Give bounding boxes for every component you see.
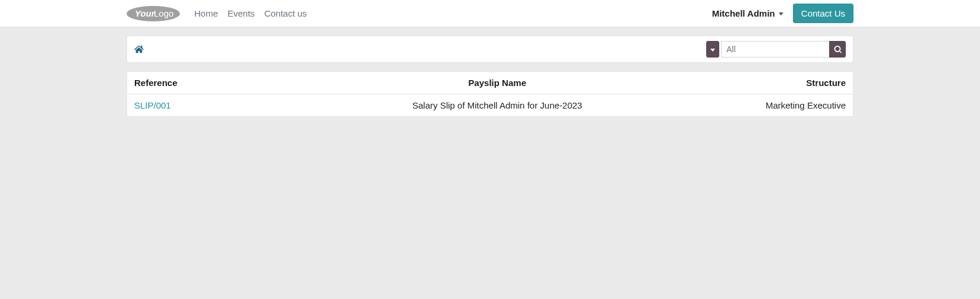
col-header-structure: Structure bbox=[657, 72, 853, 94]
col-header-payslip-name: Payslip Name bbox=[337, 72, 657, 94]
search-filter-group bbox=[706, 41, 846, 58]
toolbar-card bbox=[127, 36, 853, 63]
nav-home[interactable]: Home bbox=[194, 8, 218, 18]
svg-text:Logo: Logo bbox=[154, 8, 173, 18]
home-icon[interactable] bbox=[134, 44, 144, 54]
search-icon bbox=[834, 46, 842, 53]
user-name: Mitchell Admin bbox=[712, 8, 775, 18]
search-input[interactable] bbox=[721, 41, 829, 58]
structure-cell: Marketing Executive bbox=[657, 94, 853, 117]
search-button[interactable] bbox=[829, 41, 846, 58]
payslip-table: Reference Payslip Name Structure SLIP/00… bbox=[127, 72, 853, 116]
payslip-table-card: Reference Payslip Name Structure SLIP/00… bbox=[127, 71, 853, 117]
caret-down-icon bbox=[779, 12, 783, 15]
logo[interactable]: Your Logo bbox=[127, 5, 180, 23]
nav-contact-us[interactable]: Contact us bbox=[264, 8, 307, 18]
filter-dropdown[interactable] bbox=[706, 41, 719, 58]
col-header-reference: Reference bbox=[127, 72, 337, 94]
nav-events[interactable]: Events bbox=[227, 8, 255, 18]
table-row: SLIP/001 Salary Slip of Mitchell Admin f… bbox=[127, 94, 853, 117]
svg-text:Your: Your bbox=[135, 8, 156, 18]
reference-link[interactable]: SLIP/001 bbox=[134, 100, 171, 110]
payslip-name-cell: Salary Slip of Mitchell Admin for June-2… bbox=[337, 94, 657, 117]
navbar: Your Logo Home Events Contact us Mitchel… bbox=[0, 0, 980, 27]
contact-us-button[interactable]: Contact Us bbox=[793, 4, 853, 23]
user-menu[interactable]: Mitchell Admin bbox=[712, 8, 783, 18]
caret-down-icon bbox=[710, 49, 715, 52]
